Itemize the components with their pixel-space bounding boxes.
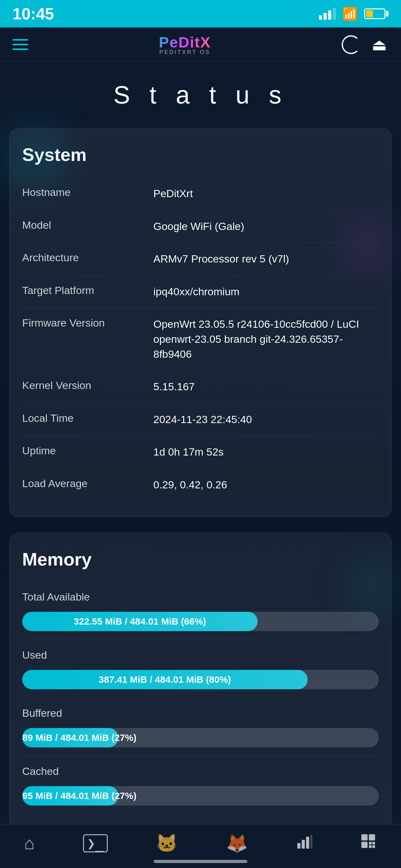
- svg-rect-0: [297, 843, 300, 849]
- svg-rect-4: [361, 834, 368, 840]
- memory-rows-container: Total Available 322.55 MiB / 484.01 MiB …: [22, 582, 379, 814]
- nav-actions: ⏏: [342, 35, 389, 54]
- signal-icon: [319, 8, 336, 20]
- memory-progress-track: 134.89 MiB / 484.01 MiB (27%): [22, 728, 379, 747]
- svg-rect-1: [302, 840, 305, 849]
- logo-subtitle: PEDITXRT OS: [159, 49, 210, 56]
- bottom-nav-stats[interactable]: [296, 834, 312, 853]
- system-label: Kernel Version: [22, 379, 153, 392]
- system-label: Architecture: [22, 251, 153, 264]
- fox-icon: 🦊: [226, 835, 248, 852]
- hamburger-button[interactable]: [12, 39, 28, 50]
- bottom-nav-cat[interactable]: 🐱: [156, 835, 178, 852]
- memory-progress-fill: 134.89 MiB / 484.01 MiB (27%): [22, 728, 119, 747]
- memory-label: Used: [22, 649, 379, 661]
- svg-rect-10: [372, 845, 375, 848]
- status-time: 10:45: [12, 4, 54, 23]
- memory-progress-track: 322.55 MiB / 484.01 MiB (66%): [22, 612, 379, 631]
- system-value: 1d 0h 17m 52s: [153, 445, 379, 460]
- svg-rect-2: [306, 837, 309, 849]
- system-info-row: Target Platform ipq40xx/chromium: [22, 275, 379, 308]
- bottom-nav-fox[interactable]: 🦊: [226, 835, 248, 852]
- terminal-icon: ❯_: [83, 834, 108, 852]
- logo-text: PeDitX: [159, 34, 211, 51]
- cat-icon: 🐱: [156, 835, 178, 852]
- svg-rect-9: [369, 845, 372, 848]
- svg-rect-7: [369, 842, 372, 844]
- system-info-row: Hostname PeDitXrt: [22, 178, 379, 210]
- memory-card: Memory Total Available 322.55 MiB / 484.…: [9, 533, 392, 830]
- svg-rect-5: [369, 834, 375, 840]
- system-value: 5.15.167: [153, 379, 379, 394]
- main-content: S t a t u s System Hostname PeDitXrt Mod…: [0, 62, 401, 868]
- system-value: ARMv7 Processor rev 5 (v7l): [153, 251, 379, 267]
- home-icon: ⌂: [24, 835, 35, 852]
- memory-progress-container: 132.95 MiB / 484.01 MiB (27%): [22, 786, 379, 806]
- status-icons: 📶: [319, 6, 389, 21]
- system-info-row: Uptime 1d 0h 17m 52s: [22, 436, 379, 468]
- memory-progress-label: 134.89 MiB / 484.01 MiB (27%): [22, 733, 143, 743]
- system-rows-container: Hostname PeDitXrt Model Google WiFi (Gal…: [22, 178, 379, 501]
- system-info-row: Architecture ARMv7 Processor rev 5 (v7l): [22, 243, 379, 275]
- system-info-row: Firmware Version OpenWrt 23.05.5 r24106-…: [22, 308, 379, 370]
- system-label: Load Average: [22, 477, 153, 490]
- system-value: 2024-11-23 22:45:40: [153, 412, 379, 427]
- svg-rect-6: [361, 842, 368, 848]
- memory-progress-label: 387.41 MiB / 484.01 MiB (80%): [93, 674, 237, 685]
- page-title: S t a t u s: [9, 81, 392, 110]
- memory-info-row: Used 387.41 MiB / 484.01 MiB (80%): [22, 640, 379, 698]
- status-bar: 10:45 📶: [0, 0, 401, 28]
- memory-progress-track: 132.95 MiB / 484.01 MiB (27%): [22, 786, 379, 806]
- svg-rect-8: [372, 842, 375, 844]
- stats-icon: [296, 834, 312, 853]
- svg-rect-3: [310, 835, 312, 849]
- memory-progress-fill: 132.95 MiB / 484.01 MiB (27%): [22, 786, 119, 806]
- system-value: OpenWrt 23.05.5 r24106-10cc5fcd00 / LuCI…: [153, 317, 379, 362]
- memory-progress-container: 134.89 MiB / 484.01 MiB (27%): [22, 728, 379, 747]
- memory-progress-label: 132.95 MiB / 484.01 MiB (27%): [22, 790, 143, 801]
- system-value: 0.29, 0.42, 0.26: [153, 477, 379, 492]
- memory-progress-track: 387.41 MiB / 484.01 MiB (80%): [22, 670, 379, 689]
- memory-label: Cached: [22, 765, 379, 777]
- memory-label: Buffered: [22, 707, 379, 719]
- logout-button[interactable]: ⏏: [370, 35, 389, 54]
- system-label: Uptime: [22, 445, 153, 457]
- memory-progress-fill: 387.41 MiB / 484.01 MiB (80%): [22, 670, 308, 689]
- system-value: PeDitXrt: [153, 186, 379, 201]
- logout-icon: ⏏: [372, 35, 387, 54]
- grid-icon: [361, 834, 377, 853]
- memory-progress-label: 322.55 MiB / 484.01 MiB (66%): [67, 616, 212, 627]
- memory-label: Total Available: [22, 591, 379, 603]
- system-label: Hostname: [22, 186, 153, 198]
- memory-progress-fill: 322.55 MiB / 484.01 MiB (66%): [22, 612, 258, 631]
- system-label: Model: [22, 219, 153, 231]
- bottom-nav-home[interactable]: ⌂: [24, 835, 35, 852]
- system-label: Firmware Version: [22, 317, 153, 329]
- system-info-row: Load Average 0.29, 0.42, 0.26: [22, 468, 379, 501]
- system-info-row: Kernel Version 5.15.167: [22, 370, 379, 403]
- system-info-row: Local Time 2024-11-23 22:45:40: [22, 403, 379, 436]
- system-label: Local Time: [22, 412, 153, 424]
- system-value: ipq40xx/chromium: [153, 284, 379, 299]
- nav-bar: PeDitX PEDITXRT OS ⏏: [0, 28, 401, 62]
- memory-info-row: Cached 132.95 MiB / 484.01 MiB (27%): [22, 756, 379, 814]
- wifi-icon: 📶: [342, 6, 358, 21]
- bottom-nav-terminal[interactable]: ❯_: [83, 834, 108, 852]
- memory-card-title: Memory: [22, 549, 379, 569]
- system-value: Google WiFi (Gale): [153, 219, 379, 234]
- home-indicator: [154, 860, 247, 863]
- reload-button[interactable]: [342, 35, 360, 54]
- battery-icon: [364, 8, 389, 19]
- memory-progress-container: 387.41 MiB / 484.01 MiB (80%): [22, 670, 379, 689]
- bottom-nav-grid[interactable]: [361, 834, 377, 853]
- nav-logo: PeDitX PEDITXRT OS: [159, 34, 211, 56]
- system-info-row: Model Google WiFi (Gale): [22, 210, 379, 243]
- system-label: Target Platform: [22, 284, 153, 297]
- memory-progress-container: 322.55 MiB / 484.01 MiB (66%): [22, 612, 379, 631]
- memory-info-row: Total Available 322.55 MiB / 484.01 MiB …: [22, 582, 379, 640]
- system-card-title: System: [22, 144, 379, 165]
- memory-info-row: Buffered 134.89 MiB / 484.01 MiB (27%): [22, 698, 379, 756]
- system-card: System Hostname PeDitXrt Model Google Wi…: [9, 128, 392, 517]
